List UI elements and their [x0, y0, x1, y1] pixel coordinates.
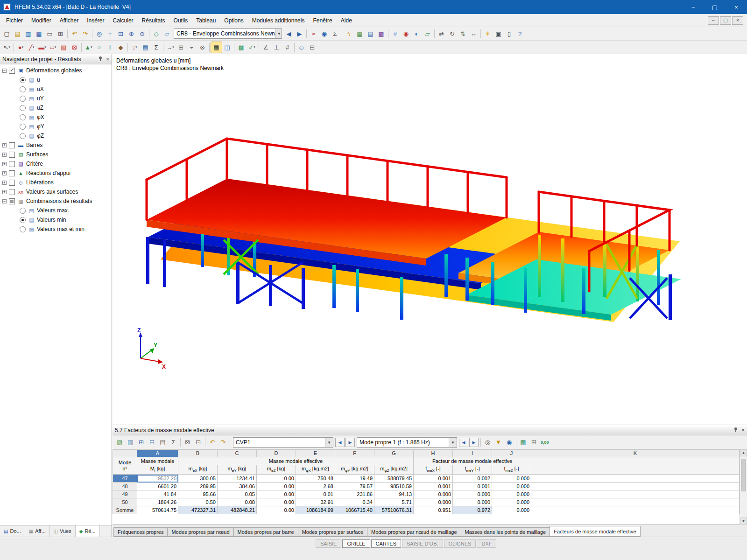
decimal-places-icon[interactable]: 0,00	[539, 437, 550, 448]
cell-47-h[interactable]: 0.001	[414, 475, 453, 483]
menu-item-r-sultats[interactable]: Résultats	[138, 15, 169, 26]
pin-icon[interactable]	[98, 56, 103, 62]
cell-48-j[interactable]: 0.000	[492, 483, 531, 490]
cell-somme-e[interactable]: 1086184.99	[296, 506, 335, 514]
new-line-icon[interactable]: ╱▾	[26, 42, 37, 53]
material-icon[interactable]: ◆	[115, 42, 126, 53]
cell-somme-d[interactable]: 0.00	[257, 506, 296, 514]
status-toggle-saisie-d-ob[interactable]: SAISIE D'OB.	[402, 539, 443, 548]
cell-47-d[interactable]: 0.00	[257, 475, 296, 483]
status-toggle-dxf[interactable]: DXF	[477, 539, 496, 548]
new-load-icon[interactable]: ↓▾	[129, 42, 140, 53]
status-toggle-saisie[interactable]: SAISIE	[316, 539, 341, 548]
excel-export-icon[interactable]: ▦	[518, 437, 529, 448]
planes-icon[interactable]: ▱	[422, 28, 433, 39]
edit-move-icon[interactable]: →▾	[165, 42, 176, 53]
cell-48-e[interactable]: 2.68	[296, 483, 335, 490]
cell-49-g[interactable]: 94.13	[374, 490, 414, 498]
tables-icon[interactable]: ▤	[365, 28, 376, 39]
save-icon[interactable]: ▥	[23, 28, 34, 39]
table-tab-masses-dans-les-points-de-maillage[interactable]: Masses dans les points de maillage	[461, 527, 550, 537]
cell-50-c[interactable]: 0.08	[218, 498, 257, 506]
checkbox-barres[interactable]	[9, 142, 15, 148]
new-surface-icon[interactable]: ▱▾	[48, 42, 58, 53]
loadcase-combo[interactable]: CR8 - Enveloppe Combinsaisons Newn ▾	[174, 28, 282, 39]
cell-48-k[interactable]	[531, 483, 740, 490]
radio-x[interactable]	[20, 114, 26, 120]
column-letter-k[interactable]: K	[531, 450, 740, 457]
control-panel-icon[interactable]: ▯	[504, 28, 514, 39]
cell-49-a[interactable]: 41.84	[137, 490, 178, 498]
cell-48-a[interactable]: 6601.20	[137, 483, 178, 490]
cell-47-c[interactable]: 1234.41	[218, 475, 257, 483]
table-tab-modes-propres-par-surface[interactable]: Modes propres par surface	[298, 527, 367, 537]
color-scale-icon[interactable]: ▧	[114, 437, 125, 448]
next-loadcase-icon[interactable]: ▶	[294, 28, 305, 39]
cell-somme-b[interactable]: 472327.31	[178, 506, 218, 514]
cell-47-b[interactable]: 300.05	[178, 475, 218, 483]
menu-item-fichier[interactable]: Fichier	[2, 15, 27, 26]
generate-mesh-icon[interactable]: ▩	[236, 42, 247, 53]
checkbox-r-actions-d-appui[interactable]	[9, 170, 15, 176]
visibility-icon[interactable]: ◫	[222, 42, 233, 53]
check-icon[interactable]: ✓▾	[247, 42, 257, 53]
open-icon[interactable]: ▤	[12, 28, 23, 39]
tree-item-valeurs-max[interactable]: ▤Valeurs max.	[0, 206, 112, 215]
expand-icon[interactable]: +	[2, 162, 7, 166]
column-letter-g[interactable]: G	[374, 450, 414, 457]
row-header-somme[interactable]: Somme	[113, 506, 137, 514]
tree-item-u[interactable]: ▤u	[0, 75, 112, 84]
row-header-50[interactable]: 50	[113, 498, 137, 506]
sum-rows-icon[interactable]: Σ	[168, 437, 179, 448]
zoom-icon[interactable]: ◎	[94, 28, 105, 39]
scroll-up-icon[interactable]: ▲	[740, 449, 747, 456]
scrollbar-thumb[interactable]	[741, 459, 746, 491]
cell-48-f[interactable]: 79.57	[335, 483, 374, 490]
cell-49-j[interactable]: 0.000	[492, 490, 531, 498]
tree-item-barres[interactable]: +▬Barres	[0, 140, 112, 150]
cell-48-d[interactable]: 0.00	[257, 483, 296, 490]
tree-item-valeurs-min[interactable]: ▤Valeurs min	[0, 215, 112, 224]
cross-section-icon[interactable]: I	[105, 42, 115, 53]
new-member-icon[interactable]: ▬▾	[37, 42, 48, 53]
cell-50-i[interactable]: 0.000	[453, 498, 492, 506]
snap-icon[interactable]: ◉	[401, 28, 411, 39]
redo-table-icon[interactable]: ↷	[218, 437, 228, 448]
table-filter-icon[interactable]: ▥	[125, 437, 136, 448]
dimensions-icon[interactable]: ↔	[468, 28, 479, 39]
new-node-icon[interactable]: ●▾	[15, 42, 26, 53]
previous-mode-button[interactable]: ◀	[459, 438, 468, 447]
menu-item-modifier[interactable]: Modifier	[27, 15, 56, 26]
wireframe-view-icon[interactable]: ▱	[162, 28, 172, 39]
menu-item-afficher[interactable]: Afficher	[56, 15, 83, 26]
expand-icon[interactable]: +	[2, 171, 7, 175]
tree-item-ux[interactable]: ▤uX	[0, 84, 112, 94]
cell-47-e[interactable]: 750.48	[296, 475, 335, 483]
column-letter-i[interactable]: I	[453, 450, 492, 457]
cell-49-k[interactable]	[531, 490, 740, 498]
radio-valeurs-max[interactable]	[20, 208, 26, 214]
views-icon[interactable]: ◇	[296, 42, 307, 53]
menu-item-calculer[interactable]: Calculer	[109, 15, 138, 26]
menu-item-fen-tre[interactable]: Fenêtre	[309, 15, 336, 26]
cell-49-h[interactable]: 0.000	[414, 490, 453, 498]
checkbox-crit-re[interactable]	[9, 161, 15, 167]
expand-icon[interactable]: +	[2, 153, 7, 157]
cell-47-i[interactable]: 0.002	[453, 475, 492, 483]
cell-50-d[interactable]: 0.00	[257, 498, 296, 506]
calculation-icon[interactable]: ϟ	[344, 28, 354, 39]
dock-tab-vues[interactable]: ◫Vues	[50, 525, 76, 537]
display-properties-icon[interactable]: ▦	[211, 42, 222, 53]
cell-48-h[interactable]: 0.001	[414, 483, 453, 490]
superpose-results-icon[interactable]: Σ	[330, 28, 340, 39]
load-cases-icon[interactable]: ▤	[140, 42, 151, 53]
status-toggle-cartes[interactable]: CARTES	[371, 539, 401, 548]
next-mode-button[interactable]: ▶	[469, 438, 479, 447]
cvp-combo[interactable]: CVP1 ▾	[233, 437, 333, 448]
scroll-down-icon[interactable]: ▼	[740, 518, 747, 525]
column-letter-d[interactable]: D	[257, 450, 296, 457]
checkbox-valeurs-aux-surfaces[interactable]	[9, 189, 15, 195]
cell-48-i[interactable]: 0.001	[453, 483, 492, 490]
pan-icon[interactable]: +	[105, 28, 115, 39]
cell-47-k[interactable]	[531, 475, 740, 483]
